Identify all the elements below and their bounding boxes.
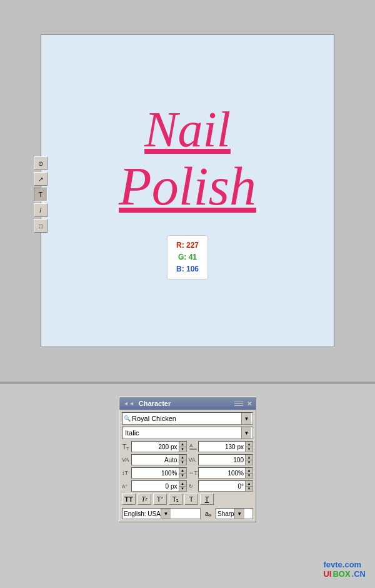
- scale-v-up[interactable]: ▲: [179, 468, 186, 474]
- font-style-arrow[interactable]: ▼: [241, 427, 251, 438]
- fstyle-super[interactable]: T°: [153, 494, 167, 505]
- tracking-spinbox[interactable]: Auto ▲ ▼: [131, 454, 187, 465]
- leading-up[interactable]: ▲: [246, 442, 252, 447]
- tracking-label: VA: [122, 457, 131, 463]
- anti-alias-select[interactable]: Sharp ▼: [216, 508, 253, 519]
- font-style-select[interactable]: Italic ▼: [122, 427, 253, 439]
- text-line1: Nail: [119, 102, 256, 157]
- panel-title: Character: [139, 400, 171, 407]
- font-name-input[interactable]: 🔍 Royal Chicken ▼: [122, 412, 253, 425]
- font-style-row: Italic ▼: [122, 427, 253, 439]
- rotation-down[interactable]: ▼: [246, 487, 252, 492]
- tracking-value: Auto: [132, 457, 179, 464]
- leading-arrows[interactable]: ▲ ▼: [245, 442, 252, 452]
- tool-shape[interactable]: □: [34, 219, 48, 233]
- panel-titlebar[interactable]: ◄◄ Character ✕: [119, 397, 256, 410]
- baseline-down[interactable]: ▼: [179, 487, 186, 492]
- rotation-up[interactable]: ▲: [246, 481, 252, 487]
- rotation-icon: ↻: [189, 484, 198, 489]
- rotation-cell: ↻ 0° ▲ ▼: [189, 480, 254, 492]
- font-size-up[interactable]: ▲: [179, 442, 186, 447]
- font-size-arrows[interactable]: ▲ ▼: [179, 442, 186, 452]
- watermark: fevte.com UIBOX.CN: [323, 560, 366, 579]
- leading-down[interactable]: ▼: [246, 447, 252, 452]
- tool-select[interactable]: ↗: [34, 172, 48, 186]
- scale-h-spinbox[interactable]: 100% ▲ ▼: [198, 467, 253, 479]
- tracking-down[interactable]: ▼: [179, 460, 186, 465]
- font-size-value: 200 px: [132, 444, 179, 450]
- scale-h-up[interactable]: ▲: [246, 468, 252, 474]
- baseline-spinbox[interactable]: 0 px ▲ ▼: [131, 480, 187, 492]
- font-size-cell: TT 200 px ▲ ▼: [122, 441, 187, 452]
- font-name-dropdown-arrow[interactable]: ▼: [241, 413, 251, 424]
- rotation-value: 0°: [199, 483, 246, 490]
- leading-cell: A 130 px ▲ ▼: [189, 441, 254, 452]
- color-r-value: R: 227: [176, 240, 199, 251]
- baseline-icon: A⁺: [122, 484, 131, 489]
- baseline-arrows[interactable]: ▲ ▼: [179, 481, 186, 491]
- anti-alias-value: Sharp: [218, 510, 234, 517]
- kerning-arrows[interactable]: ▲ ▼: [245, 455, 252, 465]
- kerning-value: 100: [199, 457, 246, 464]
- font-style-value: Italic: [124, 429, 241, 437]
- character-panel: ◄◄ Character ✕ 🔍 Royal Chicken ▼: [119, 397, 256, 522]
- scale-h-value: 100%: [199, 470, 245, 477]
- watermark-line2a: UI: [323, 569, 331, 579]
- baseline-value: 0 px: [132, 483, 179, 490]
- tracking-arrows[interactable]: ▲ ▼: [179, 455, 186, 465]
- font-size-down[interactable]: ▼: [179, 447, 186, 452]
- font-size-spinbox[interactable]: 200 px ▲ ▼: [131, 441, 187, 452]
- anti-alias-arrow[interactable]: ▼: [234, 509, 244, 519]
- svg-text:A: A: [189, 443, 193, 449]
- language-arrow[interactable]: ▼: [161, 509, 171, 519]
- watermark-line2c: .CN: [352, 569, 366, 579]
- size-leading-row: TT 200 px ▲ ▼ A 1: [122, 441, 253, 452]
- kerning-label: VA: [189, 457, 198, 463]
- fstyle-sub[interactable]: T₁: [169, 494, 182, 505]
- kerning-spinbox[interactable]: 100 ▲ ▼: [198, 454, 254, 465]
- titlebar-left: ◄◄ Character: [123, 400, 171, 407]
- kerning-down[interactable]: ▼: [246, 460, 252, 465]
- search-icon: 🔍: [124, 415, 131, 422]
- kerning-up[interactable]: ▲: [246, 455, 252, 460]
- kerning-cell: VA 100 ▲ ▼: [189, 454, 254, 465]
- font-name-row: 🔍 Royal Chicken ▼: [122, 412, 253, 425]
- tracking-up[interactable]: ▲: [179, 455, 186, 460]
- tool-line[interactable]: /: [34, 203, 48, 217]
- panel-content: 🔍 Royal Chicken ▼ Italic ▼ TT: [119, 410, 256, 522]
- baseline-up[interactable]: ▲: [179, 481, 186, 487]
- svg-text:T: T: [126, 447, 129, 451]
- rotation-arrows[interactable]: ▲ ▼: [245, 481, 252, 491]
- panel-close-button[interactable]: ✕: [247, 400, 252, 407]
- fstyle-caps[interactable]: T: [184, 494, 198, 505]
- fstyle-bold[interactable]: TT: [122, 494, 136, 505]
- scale-v-spinbox[interactable]: 100% ▲ ▼: [131, 467, 187, 479]
- tool-text[interactable]: T: [34, 188, 48, 201]
- panel-collapse-arrows[interactable]: ◄◄: [123, 400, 134, 407]
- font-style-buttons-row: TT Tr T° T₁ T T: [122, 494, 253, 505]
- scale-h-arrows[interactable]: ▲ ▼: [245, 468, 252, 478]
- scale-v-icon: ↕T: [122, 470, 131, 476]
- tool-lasso[interactable]: ⊙: [34, 156, 48, 170]
- baseline-rotation-row: A⁺ 0 px ▲ ▼ ↻ 0° ▲ ▼: [122, 480, 253, 492]
- rotation-spinbox[interactable]: 0° ▲ ▼: [198, 480, 254, 492]
- language-select[interactable]: English: USA ▼: [122, 508, 201, 519]
- color-g-value: G: 41: [176, 251, 199, 263]
- leading-value: 130 px: [199, 444, 246, 450]
- leading-icon: A: [189, 442, 198, 451]
- aa-label: aₐ: [202, 510, 214, 518]
- fstyle-underline[interactable]: T: [200, 494, 214, 505]
- fstyle-italic[interactable]: Tr: [138, 494, 151, 505]
- color-b-value: B: 106: [176, 263, 199, 275]
- canvas-area: Nail Polish R: 227 G: 41 B: 106 ⊙ ↗ T / …: [0, 0, 375, 382]
- scale-v-arrows[interactable]: ▲ ▼: [179, 468, 186, 478]
- scale-v-value: 100%: [132, 470, 179, 477]
- scale-row: ↕T 100% ▲ ▼ ↔T 100% ▲: [122, 467, 253, 479]
- scale-v-down[interactable]: ▼: [179, 474, 186, 479]
- watermark-line1: fevte.com: [323, 560, 366, 569]
- scale-v-cell: ↕T 100% ▲ ▼: [122, 467, 187, 479]
- color-info-box: R: 227 G: 41 B: 106: [167, 235, 208, 280]
- panel-menu-button[interactable]: [234, 399, 243, 408]
- leading-spinbox[interactable]: 130 px ▲ ▼: [198, 441, 254, 452]
- scale-h-down[interactable]: ▼: [246, 474, 252, 479]
